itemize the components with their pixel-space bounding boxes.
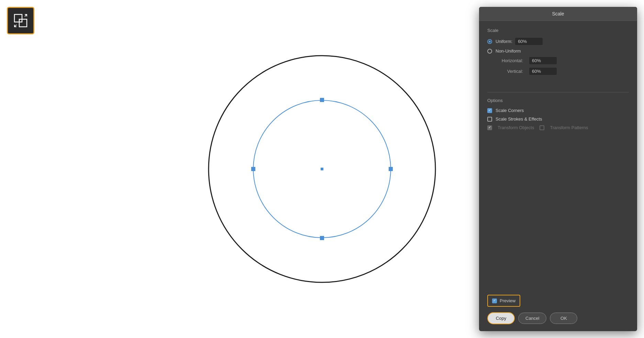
non-uniform-radio[interactable] [487, 49, 492, 54]
horizontal-field-row: Horizontal: [487, 57, 629, 64]
preview-checkbox[interactable] [492, 298, 497, 303]
svg-rect-0 [14, 14, 22, 22]
scale-tool-icon[interactable] [7, 7, 34, 34]
vertical-label: Vertical: [496, 69, 523, 74]
uniform-value-input[interactable] [515, 38, 543, 45]
uniform-radio-row[interactable]: Uniform: [487, 38, 629, 45]
cancel-button[interactable]: Cancel [518, 313, 546, 324]
non-uniform-label: Non-Uniform [496, 48, 521, 54]
options-section: Options Scale Corners Scale Strokes & Ef… [487, 98, 629, 130]
transform-objects-item: Transform Objects [487, 125, 534, 130]
transform-row: Transform Objects Transform Patterns [487, 125, 629, 130]
preview-label: Preview [500, 298, 515, 303]
scale-corners-checkbox[interactable] [487, 108, 492, 113]
scale-dialog: Scale Scale Uniform: Non-Uniform Horizon… [479, 7, 637, 331]
bottom-section: Preview Copy Cancel OK [479, 289, 637, 331]
scale-strokes-label: Scale Strokes & Effects [496, 116, 542, 122]
horizontal-label: Horizontal: [496, 58, 523, 63]
scale-strokes-checkbox[interactable] [487, 117, 492, 122]
preview-row[interactable]: Preview [487, 295, 520, 307]
svg-rect-6 [320, 98, 324, 102]
uniform-label: Uniform: [496, 39, 512, 44]
canvas-svg [193, 40, 451, 298]
uniform-radio[interactable] [487, 39, 492, 44]
options-section-label: Options [487, 98, 629, 103]
divider-1 [487, 92, 629, 92]
transform-patterns-checkbox[interactable] [540, 125, 544, 130]
transform-patterns-item: Transform Patterns [540, 125, 588, 130]
transform-patterns-label: Transform Patterns [550, 125, 588, 130]
horizontal-value-input[interactable] [529, 57, 557, 64]
copy-button[interactable]: Copy [487, 312, 515, 324]
dialog-title: Scale [479, 7, 637, 21]
scale-section: Scale Uniform: Non-Uniform Horizontal: V… [487, 28, 629, 78]
dialog-body: Scale Uniform: Non-Uniform Horizontal: V… [479, 21, 637, 289]
transform-objects-label: Transform Objects [498, 125, 534, 130]
scale-strokes-row[interactable]: Scale Strokes & Effects [487, 116, 629, 122]
ok-button[interactable]: OK [550, 313, 577, 324]
scale-section-label: Scale [487, 28, 629, 33]
vertical-field-row: Vertical: [487, 68, 629, 75]
transform-objects-checkbox[interactable] [487, 125, 492, 130]
scale-corners-row[interactable]: Scale Corners [487, 108, 629, 113]
svg-rect-1 [19, 19, 27, 27]
svg-rect-10 [321, 168, 323, 170]
svg-rect-9 [389, 167, 393, 171]
vertical-value-input[interactable] [529, 68, 557, 75]
svg-rect-7 [320, 236, 324, 240]
scale-corners-label: Scale Corners [496, 108, 524, 113]
buttons-row: Copy Cancel OK [487, 312, 629, 324]
non-uniform-radio-row[interactable]: Non-Uniform [487, 48, 629, 54]
svg-rect-8 [251, 167, 255, 171]
